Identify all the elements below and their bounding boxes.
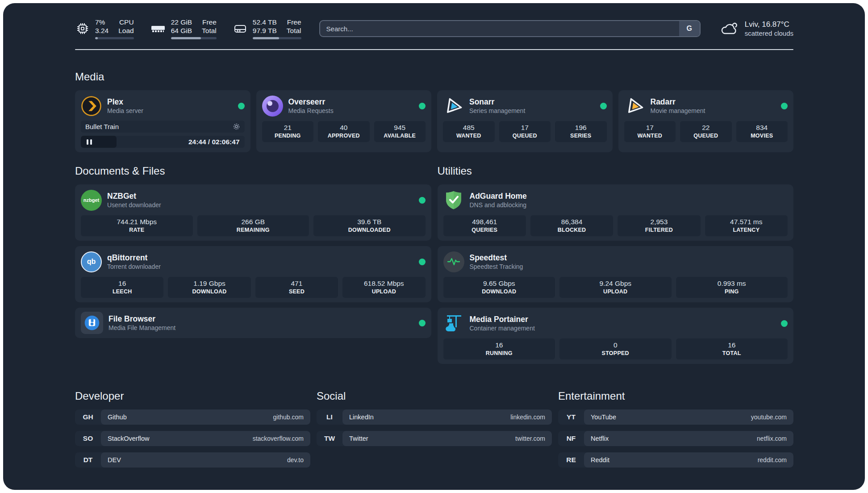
status-dot bbox=[419, 103, 426, 109]
stat-rate: 744.21 Mbps RATE bbox=[81, 215, 193, 236]
status-dot bbox=[419, 197, 426, 204]
stat-movies: 834 MOVIES bbox=[736, 121, 788, 142]
cloud-icon bbox=[719, 20, 739, 38]
stat-series: 196 SERIES bbox=[555, 121, 607, 142]
stat-pending: 21 PENDING bbox=[262, 121, 314, 142]
link-groups: Developer GH Github github.com SO StackO… bbox=[75, 390, 793, 474]
header-bar: 7% 3.24 CPU Load bbox=[75, 18, 793, 39]
section-title-developer: Developer bbox=[75, 390, 310, 402]
app-card-qbittorrent[interactable]: qb qBittorrent Torrent downloader 16 LEE… bbox=[75, 246, 431, 302]
stat-queued: 22 QUEUED bbox=[680, 121, 732, 142]
memory-total-value: 64 GiB bbox=[171, 26, 192, 35]
middle-columns: Documents & Files nzbget NZBGet Usenet d… bbox=[75, 165, 793, 364]
cpu-icon bbox=[75, 21, 90, 36]
section-title-documents: Documents & Files bbox=[75, 165, 431, 177]
disk-total-value: 97.9 TB bbox=[253, 26, 277, 35]
app-subtitle: Media server bbox=[107, 107, 143, 115]
app-card-overseerr[interactable]: Overseerr Media Requests 21 PENDING 40 A… bbox=[256, 90, 432, 152]
link-row-stackoverflow: SO StackOverflow stackoverflow.com bbox=[75, 431, 310, 446]
documents-column: Documents & Files nzbget NZBGet Usenet d… bbox=[75, 165, 431, 364]
cpu-load-value: 3.24 bbox=[95, 26, 108, 35]
link-linkedin[interactable]: LinkedIn linkedin.com bbox=[342, 409, 552, 425]
link-row-linkedin: LI LinkedIn linkedin.com bbox=[317, 409, 552, 425]
stat-queries: 498,461 QUERIES bbox=[443, 215, 526, 236]
app-card-sonarr[interactable]: Sonarr Series management 485 WANTED 17 Q… bbox=[437, 90, 613, 152]
link-abbr: DT bbox=[75, 452, 101, 468]
link-row-reddit: RE Reddit reddit.com bbox=[558, 452, 793, 468]
app-name: Overseerr bbox=[288, 97, 334, 106]
system-metrics: 7% 3.24 CPU Load bbox=[75, 18, 301, 39]
plex-logo-icon bbox=[81, 96, 102, 117]
app-card-nzbget[interactable]: nzbget NZBGet Usenet downloader 744.21 M… bbox=[75, 184, 431, 241]
status-dot bbox=[600, 103, 607, 109]
app-name: Plex bbox=[107, 97, 143, 106]
link-abbr: TW bbox=[317, 431, 342, 446]
nzbget-logo-icon: nzbget bbox=[81, 190, 102, 211]
link-dev[interactable]: DEV dev.to bbox=[101, 452, 310, 468]
app-name: NZBGet bbox=[107, 192, 161, 201]
link-github[interactable]: Github github.com bbox=[101, 409, 310, 425]
player-progress-row: 24:44 / 02:06:47 bbox=[81, 136, 245, 148]
link-abbr: SO bbox=[75, 431, 101, 446]
link-youtube[interactable]: YouTube youtube.com bbox=[584, 409, 793, 425]
stat-filtered: 2,953 FILTERED bbox=[618, 215, 700, 236]
stat-queued: 17 QUEUED bbox=[499, 121, 551, 142]
link-stackoverflow[interactable]: StackOverflow stackoverflow.com bbox=[101, 431, 310, 446]
stat-approved: 40 APPROVED bbox=[318, 121, 370, 142]
stat-ping: 0.993 ms PING bbox=[676, 277, 788, 298]
link-reddit[interactable]: Reddit reddit.com bbox=[584, 452, 793, 468]
player-settings-icon[interactable] bbox=[233, 123, 240, 130]
section-title-entertainment: Entertainment bbox=[558, 390, 793, 402]
link-row-dev: DT DEV dev.to bbox=[75, 452, 310, 468]
app-card-speedtest[interactable]: Speedtest Speedtest Tracking 9.65 Gbps D… bbox=[438, 246, 794, 302]
sonarr-logo-icon bbox=[442, 94, 466, 118]
stat-remaining: 266 GB REMAINING bbox=[197, 215, 309, 236]
disk-free-label: Free bbox=[287, 18, 301, 26]
utilities-column: Utilities AdGuard Home bbox=[438, 165, 794, 364]
memory-free-label: Free bbox=[202, 18, 217, 26]
section-title-social: Social bbox=[317, 390, 552, 402]
pause-button[interactable] bbox=[81, 136, 117, 148]
dashboard: 7% 3.24 CPU Load bbox=[3, 3, 865, 490]
filebrowser-logo-icon bbox=[81, 312, 103, 334]
app-subtitle: Torrent downloader bbox=[107, 263, 161, 271]
playback-time: 24:44 / 02:06:47 bbox=[188, 138, 245, 146]
link-abbr: LI bbox=[317, 409, 342, 425]
app-card-plex[interactable]: Plex Media server Bullet Train 24:44 / 0… bbox=[75, 90, 250, 152]
app-card-portainer[interactable]: Media Portainer Container management 16 … bbox=[438, 308, 794, 364]
app-name: Radarr bbox=[651, 97, 705, 106]
link-twitter[interactable]: Twitter twitter.com bbox=[342, 431, 552, 446]
speedtest-logo-icon bbox=[443, 251, 464, 272]
disk-icon bbox=[233, 21, 248, 36]
link-netflix[interactable]: Netflix netflix.com bbox=[584, 431, 793, 446]
load-label: Load bbox=[118, 26, 134, 35]
status-dot bbox=[419, 259, 426, 265]
link-row-youtube: YT YouTube youtube.com bbox=[558, 409, 793, 425]
developer-group: Developer GH Github github.com SO StackO… bbox=[75, 390, 310, 474]
app-card-filebrowser[interactable]: File Browser Media File Management bbox=[75, 308, 431, 338]
search-input[interactable] bbox=[319, 20, 701, 37]
search-box: G bbox=[319, 20, 701, 37]
disk-total-label: Total bbox=[287, 26, 301, 35]
app-name: Sonarr bbox=[469, 97, 525, 106]
cpu-usage: 7% bbox=[95, 18, 108, 26]
overseerr-logo-icon bbox=[262, 96, 283, 117]
app-name: Speedtest bbox=[470, 253, 523, 262]
app-card-adguard[interactable]: AdGuard Home DNS and adblocking 498,461 … bbox=[438, 184, 794, 241]
disk-progress-bar bbox=[253, 37, 301, 39]
status-dot bbox=[781, 103, 788, 109]
stat-download: 9.65 Gbps DOWNLOAD bbox=[443, 277, 555, 298]
app-card-radarr[interactable]: Radarr Movie management 17 WANTED 22 QUE… bbox=[618, 90, 794, 152]
portainer-logo-icon bbox=[443, 313, 464, 334]
status-dot bbox=[419, 320, 426, 326]
memory-metric: 22 GiB 64 GiB Free Total bbox=[150, 18, 217, 39]
app-subtitle: Series management bbox=[469, 107, 525, 115]
link-abbr: YT bbox=[558, 409, 584, 425]
weather-widget: Lviv, 16.87°C scattered clouds bbox=[719, 20, 793, 38]
disk-metric: 52.4 TB 97.9 TB Free Total bbox=[233, 18, 301, 39]
app-subtitle: Movie management bbox=[651, 107, 705, 115]
disk-free-value: 52.4 TB bbox=[253, 18, 277, 26]
radarr-logo-icon bbox=[622, 94, 647, 118]
search-engine-button[interactable]: G bbox=[679, 21, 700, 36]
header-divider bbox=[75, 49, 793, 50]
